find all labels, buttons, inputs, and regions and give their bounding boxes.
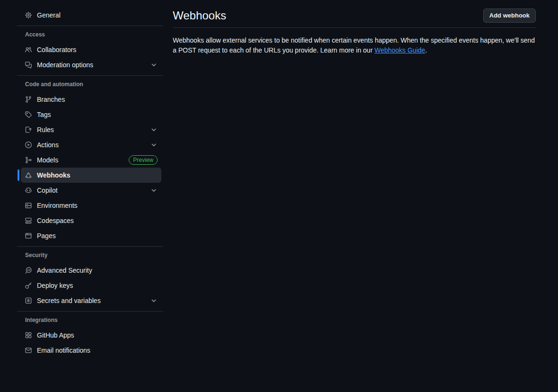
- sidebar-item-deploy-keys[interactable]: Deploy keys: [21, 278, 161, 293]
- server-icon: [25, 202, 32, 209]
- gear-icon: [25, 11, 32, 19]
- copilot-icon: [25, 187, 32, 194]
- sidebar-item-label: Tags: [37, 111, 51, 118]
- chevron-down-icon: [150, 126, 158, 134]
- sidebar-item-label: GitHub Apps: [37, 331, 74, 339]
- webhooks-description: Webhooks allow external services to be n…: [173, 36, 536, 55]
- sidebar-item-models[interactable]: Models Preview: [21, 152, 161, 168]
- sidebar-section-general: General: [21, 8, 161, 23]
- sidebar-item-pages[interactable]: Pages: [21, 228, 161, 243]
- tag-icon: [25, 111, 32, 118]
- mail-icon: [25, 347, 32, 354]
- page-title: Webhooks: [173, 9, 226, 23]
- sidebar-item-webhooks[interactable]: Webhooks: [21, 168, 161, 183]
- main-content: Webhooks Add webhook Webhooks allow exte…: [173, 0, 536, 55]
- sidebar-section-security: Security Advanced Security Deploy keys S…: [21, 247, 161, 308]
- sidebar-item-copilot[interactable]: Copilot: [21, 183, 161, 198]
- add-webhook-button[interactable]: Add webhook: [483, 9, 536, 23]
- preview-badge: Preview: [129, 155, 158, 165]
- sidebar-item-advanced-security[interactable]: Advanced Security: [21, 263, 161, 278]
- play-icon: [25, 141, 32, 149]
- sidebar-item-label: Collaborators: [37, 46, 76, 53]
- sidebar-item-label: Branches: [37, 96, 65, 103]
- chevron-down-icon: [150, 141, 158, 149]
- sidebar-section-access: Access Collaborators Moderation options: [21, 26, 161, 72]
- sidebar-item-label: Pages: [37, 232, 56, 240]
- sidebar-item-label: Actions: [37, 141, 59, 149]
- sidebar-item-environments[interactable]: Environments: [21, 198, 161, 213]
- browser-icon: [25, 232, 32, 240]
- sidebar-section-header-integrations: Integrations: [21, 312, 161, 328]
- sidebar-item-label: Copilot: [37, 187, 58, 194]
- sidebar-section-header-security: Security: [21, 247, 161, 263]
- key-icon: [25, 282, 32, 289]
- comment-discussion-icon: [25, 61, 32, 69]
- webhook-icon: [25, 171, 32, 179]
- sidebar-item-label: Models: [37, 156, 58, 164]
- sidebar-item-label: Webhooks: [37, 171, 71, 179]
- codescan-icon: [25, 267, 32, 274]
- sidebar-item-email-notifications[interactable]: Email notifications: [21, 343, 161, 358]
- sidebar-item-label: Email notifications: [37, 347, 90, 354]
- sidebar-section-integrations: Integrations GitHub Apps Email notificat…: [21, 312, 161, 358]
- sidebar-item-label: General: [37, 11, 61, 19]
- sidebar-item-codespaces[interactable]: Codespaces: [21, 213, 161, 228]
- git-branch-icon: [25, 96, 32, 103]
- rules-icon: [25, 126, 32, 134]
- page-header: Webhooks Add webhook: [173, 0, 536, 28]
- sidebar-item-rules[interactable]: Rules: [21, 122, 161, 137]
- sidebar-item-label: Rules: [37, 126, 54, 134]
- ai-model-icon: [25, 156, 32, 164]
- sidebar-item-actions[interactable]: Actions: [21, 137, 161, 152]
- sidebar-item-collaborators[interactable]: Collaborators: [21, 42, 161, 57]
- sidebar-item-moderation-options[interactable]: Moderation options: [21, 57, 161, 72]
- sidebar-item-label: Environments: [37, 202, 78, 209]
- key-asterisk-icon: [25, 297, 32, 304]
- sidebar-item-secrets-and-variables[interactable]: Secrets and variables: [21, 293, 161, 308]
- chevron-down-icon: [150, 61, 158, 69]
- chevron-down-icon: [150, 297, 158, 304]
- sidebar-item-label: Codespaces: [37, 217, 74, 224]
- sidebar-item-github-apps[interactable]: GitHub Apps: [21, 328, 161, 343]
- sidebar-section-header-code-and-automation: Code and automation: [21, 76, 161, 92]
- chevron-down-icon: [150, 187, 158, 194]
- description-period: .: [425, 46, 427, 54]
- sidebar-item-label: Deploy keys: [37, 282, 73, 289]
- webhooks-guide-link[interactable]: Webhooks Guide: [374, 46, 425, 54]
- codespaces-icon: [25, 217, 32, 224]
- sidebar-section-header-access: Access: [21, 26, 161, 42]
- sidebar-item-label: Secrets and variables: [37, 297, 101, 304]
- sidebar-item-tags[interactable]: Tags: [21, 107, 161, 122]
- sidebar-item-general[interactable]: General: [21, 8, 161, 23]
- settings-sidebar: General Access Collaborators Moderation …: [0, 0, 165, 392]
- sidebar-item-label: Moderation options: [37, 61, 93, 69]
- apps-icon: [25, 331, 32, 339]
- description-text: Webhooks allow external services to be n…: [173, 36, 535, 54]
- sidebar-section-code-and-automation: Code and automation Branches Tags Rules: [21, 76, 161, 243]
- sidebar-item-label: Advanced Security: [37, 267, 92, 274]
- sidebar-item-branches[interactable]: Branches: [21, 92, 161, 107]
- people-icon: [25, 46, 32, 53]
